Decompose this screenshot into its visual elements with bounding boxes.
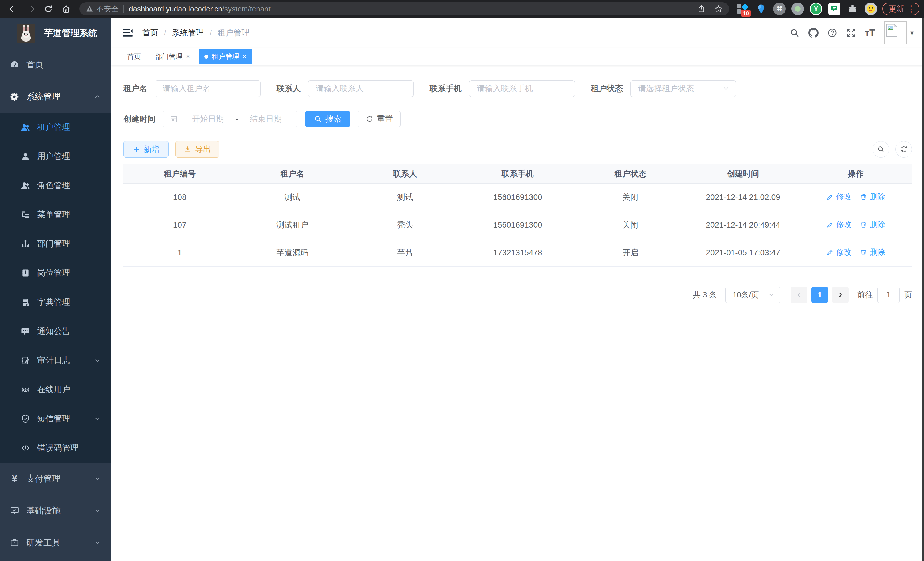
sidebar-item-label: 字典管理	[37, 296, 70, 308]
sidebar-item-system[interactable]: 系统管理	[0, 81, 111, 113]
create-time-label: 创建时间	[123, 114, 155, 124]
browser-reload-button[interactable]	[39, 0, 57, 18]
avatar[interactable]	[884, 21, 907, 44]
sidebar-item-online-users[interactable]: 在线用户	[0, 375, 111, 404]
github-button[interactable]	[804, 18, 823, 48]
extension-record-icon[interactable]	[789, 0, 807, 18]
sidebar-item-menu[interactable]: 菜单管理	[0, 200, 111, 229]
search-icon	[314, 115, 322, 123]
sidebar-item-sms[interactable]: 短信管理	[0, 404, 111, 433]
col-status: 租户状态	[574, 164, 687, 183]
status-select[interactable]: 请选择租户状态	[630, 80, 736, 97]
tag-dept[interactable]: 部门管理 ×	[150, 49, 195, 64]
sidebar-item-home[interactable]: 首页	[0, 49, 111, 81]
header-search-button[interactable]	[785, 18, 804, 48]
date-start-placeholder[interactable]: 开始日期	[183, 114, 232, 124]
toggle-search-button[interactable]	[873, 141, 889, 158]
sidebar-item-label: 审计日志	[37, 355, 70, 366]
edit-link[interactable]: 修改	[826, 219, 852, 230]
create-time-range-picker[interactable]: 开始日期 - 结束日期	[163, 111, 297, 127]
breadcrumb-system[interactable]: 系统管理	[172, 27, 204, 38]
delete-link[interactable]: 删除	[860, 219, 885, 230]
sidebar-item-dept[interactable]: 部门管理	[0, 229, 111, 259]
sidebar-item-label: 角色管理	[37, 180, 70, 191]
sidebar-item-tenant[interactable]: 租户管理	[0, 113, 111, 142]
browser-update-button[interactable]: 更新 ⋮	[882, 3, 920, 15]
security-label[interactable]: 不安全	[96, 4, 118, 14]
sidebar-item-label: 岗位管理	[37, 267, 70, 279]
search-button[interactable]: 搜索	[305, 111, 350, 127]
delete-link[interactable]: 删除	[860, 192, 885, 202]
sidebar-item-user[interactable]: 用户管理	[0, 142, 111, 171]
breadcrumb-home[interactable]: 首页	[142, 27, 158, 38]
url-text[interactable]: dashboard.yudao.iocoder.cn/system/tenant	[129, 5, 271, 14]
font-size-button[interactable]: тT	[861, 18, 879, 48]
table-header-row: 租户编号 租户名 联系人 联系手机 租户状态 创建时间 操作	[123, 164, 912, 183]
sidebar-item-label: 错误码管理	[37, 442, 79, 454]
not-secure-warning-icon	[86, 5, 93, 13]
chevron-left-icon	[795, 291, 803, 299]
extension-tabs-icon[interactable]: 10	[734, 0, 752, 18]
extension-puzzle-icon[interactable]	[843, 0, 862, 18]
extension-emoji-icon[interactable]	[862, 0, 880, 18]
export-button[interactable]: 导出	[176, 141, 219, 158]
sidebar-item-infrastructure[interactable]: 基础设施	[0, 495, 111, 527]
phone-input[interactable]	[469, 80, 575, 97]
tenant-table: 租户编号 租户名 联系人 联系手机 租户状态 创建时间 操作 108 测试	[123, 164, 912, 267]
filter-row-2: 创建时间 开始日期 - 结束日期 搜索	[123, 111, 912, 127]
edit-icon	[826, 221, 834, 229]
refresh-table-button[interactable]	[896, 141, 912, 158]
delete-link[interactable]: 删除	[860, 247, 885, 257]
address-bar[interactable]: 不安全 dashboard.yudao.iocoder.cn/system/te…	[80, 2, 729, 15]
sidebar-item-audit-log[interactable]: 审计日志	[0, 346, 111, 375]
browser-back-button[interactable]	[4, 0, 22, 18]
browser-forward-button[interactable]	[22, 0, 39, 18]
extension-y-icon[interactable]: Y	[807, 0, 825, 18]
extension-command-icon[interactable]: ⌘	[770, 0, 789, 18]
close-icon[interactable]: ×	[243, 53, 247, 60]
sidebar-item-error-code[interactable]: 错误码管理	[0, 433, 111, 463]
contact-input[interactable]	[308, 80, 414, 97]
goto-page-input[interactable]	[878, 287, 900, 303]
chevron-up-icon	[94, 93, 101, 100]
avatar-caret-icon[interactable]: ▾	[910, 29, 914, 37]
docs-help-button[interactable]	[823, 18, 842, 48]
bookmark-star-button[interactable]	[714, 5, 723, 13]
download-icon	[184, 145, 192, 153]
tags-view: 首页 部门管理 × 租户管理 ×	[111, 48, 924, 65]
extension-chat-icon[interactable]	[825, 0, 843, 18]
sidebar-collapse-button[interactable]	[122, 27, 134, 39]
date-end-placeholder[interactable]: 结束日期	[241, 114, 291, 124]
sidebar-item-post[interactable]: 岗位管理	[0, 259, 111, 288]
refresh-icon	[365, 115, 374, 123]
next-page-button[interactable]	[832, 287, 849, 303]
sidebar-item-payment[interactable]: ¥ 支付管理	[0, 463, 111, 495]
sidebar-item-dict[interactable]: 字典管理	[0, 288, 111, 317]
sidebar-item-notice[interactable]: 通知公告	[0, 317, 111, 346]
sidebar-item-role[interactable]: 角色管理	[0, 171, 111, 200]
reset-button[interactable]: 重置	[358, 111, 400, 127]
browser-menu-icon[interactable]: ⋮	[907, 5, 915, 13]
extension-badge: 10	[741, 10, 751, 17]
edit-link[interactable]: 修改	[826, 247, 852, 257]
app-title: 芋道管理系统	[44, 27, 97, 39]
prev-page-button[interactable]	[791, 287, 807, 303]
tenant-name-input[interactable]	[155, 80, 261, 97]
tag-tenant-active[interactable]: 租户管理 ×	[199, 49, 252, 64]
page-number-1[interactable]: 1	[812, 287, 828, 303]
sidebar-item-dev-tools[interactable]: 研发工具	[0, 527, 111, 559]
extension-pin-icon[interactable]	[752, 0, 770, 18]
sidebar-item-label: 用户管理	[37, 151, 70, 162]
fullscreen-button[interactable]	[842, 18, 861, 48]
edit-link[interactable]: 修改	[826, 192, 852, 202]
page-size-select[interactable]: 10条/页	[725, 287, 780, 303]
tag-home[interactable]: 首页	[122, 49, 146, 64]
add-button[interactable]: 新增	[123, 141, 169, 158]
app-logo-row[interactable]: 芋道管理系统	[0, 18, 111, 49]
sidebar-item-label: 租户管理	[37, 122, 70, 133]
close-icon[interactable]: ×	[186, 53, 190, 60]
briefcase-icon	[10, 538, 20, 547]
share-button[interactable]	[697, 5, 706, 13]
browser-home-button[interactable]	[57, 0, 75, 18]
table-row: 107 测试租户 秃头 15601691300 关闭 2021-12-14 20…	[123, 211, 912, 239]
